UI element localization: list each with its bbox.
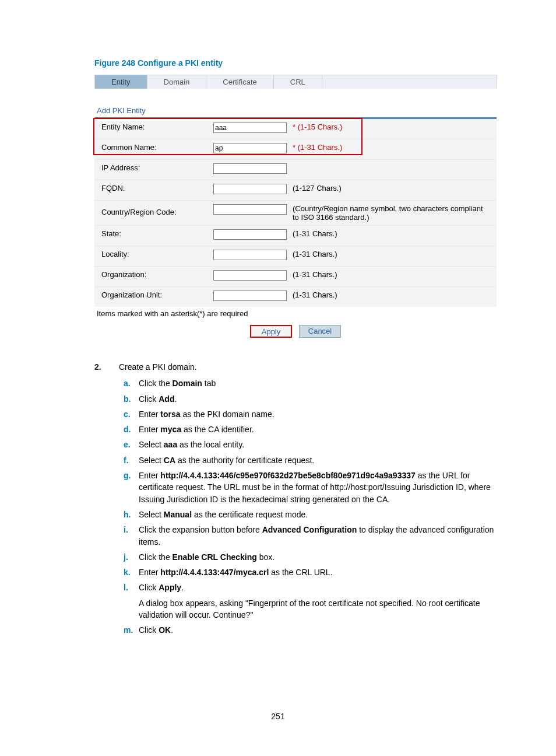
substep-j: j. Click the Enable CRL Checking box. [124, 551, 504, 563]
ip-hint [289, 162, 494, 164]
country-input[interactable] [213, 204, 287, 215]
locality-input[interactable] [213, 250, 287, 260]
substep-i: i. Click the expansion button before Adv… [124, 524, 504, 548]
substep-bold: http://4.4.4.133:446/c95e970f632d27be5e8… [160, 471, 415, 480]
substep-letter: m. [124, 624, 134, 636]
substep-bold: aaa [164, 440, 177, 449]
substep-post: . [181, 583, 184, 592]
substep-h: h. Select Manual as the certificate requ… [124, 509, 504, 520]
substep-post: . [171, 625, 173, 635]
step-title: Create a PKI domain. [119, 361, 197, 373]
tab-domain[interactable]: Domain [147, 75, 207, 89]
substep-d: d. Enter myca as the CA identifier. [124, 424, 504, 435]
ip-label: IP Address: [97, 162, 213, 173]
sub-step-list: a. Click the Domain tab b. Click Add. c.… [124, 377, 504, 636]
substep-f: f. Select CA as the authority for certif… [124, 454, 504, 466]
substep-bold: Advanced Configuration [262, 525, 357, 534]
substep-bold: Domain [173, 379, 202, 388]
substep-bold: Add [159, 394, 174, 404]
common-name-hint: * (1-31 Chars.) [289, 142, 494, 153]
country-hint: (Country/Region name symbol, two charact… [289, 203, 494, 223]
apply-button[interactable]: Apply [250, 325, 292, 338]
substep-text: Select [139, 456, 164, 465]
substep-text: Enter [139, 410, 160, 419]
substep-bold: Manual [164, 510, 192, 519]
tab-certificate[interactable]: Certificate [206, 75, 274, 89]
substep-letter: a. [124, 377, 134, 389]
fqdn-hint: (1-127 Chars.) [289, 183, 494, 194]
substep-text: Enter [139, 471, 160, 480]
button-row: Apply Cancel [94, 323, 497, 344]
substep-letter: g. [124, 470, 134, 505]
substep-letter: e. [124, 439, 134, 450]
substep-k: k. Enter http://4.4.4.133:447/myca.crl a… [124, 566, 504, 578]
substep-post: as the authority for certificate request… [175, 456, 314, 465]
substep-e: e. Select aaa as the local entity. [124, 439, 504, 450]
substep-post: box. [257, 552, 275, 562]
country-label: Country/Region Code: [97, 203, 213, 218]
substep-letter: f. [124, 454, 134, 466]
step-number: 2. [94, 361, 117, 373]
orgunit-label: Organization Unit: [97, 289, 213, 300]
locality-label: Locality: [97, 249, 213, 260]
form-subhead: Add PKI Entity [97, 106, 497, 115]
ip-input[interactable] [213, 163, 287, 174]
substep-bold: Apply [159, 583, 181, 592]
figure-caption: Figure 248 Configure a PKI entity [94, 58, 504, 68]
substep-a: a. Click the Domain tab [124, 377, 504, 389]
fqdn-input[interactable] [213, 184, 287, 194]
common-name-input[interactable]: ap [213, 143, 287, 153]
substep-text: Click the [139, 379, 173, 388]
substep-bold: Enable CRL Checking [173, 552, 257, 562]
common-name-label: Common Name: [97, 142, 213, 153]
substep-extra: A dialog box appears, asking "Fingerprin… [139, 597, 504, 621]
fqdn-label: FQDN: [97, 183, 213, 194]
substep-text: Click the expansion button before [139, 525, 262, 534]
substep-letter: i. [124, 524, 134, 548]
substep-m: m. Click OK. [124, 624, 504, 636]
tab-crl[interactable]: CRL [274, 75, 322, 89]
substep-g: g. Enter http://4.4.4.133:446/c95e970f63… [124, 470, 504, 505]
substep-bold: myca [160, 425, 181, 434]
substep-text: Select [139, 510, 164, 519]
substep-text: Click the [139, 552, 173, 562]
orgunit-input[interactable] [213, 290, 287, 301]
entity-name-hint: * (1-15 Chars.) [289, 121, 494, 132]
page-number: 251 [0, 712, 556, 721]
state-hint: (1-31 Chars.) [289, 228, 494, 239]
entity-name-input[interactable]: aaa [213, 123, 287, 133]
substep-letter: d. [124, 424, 134, 435]
substep-post: as the PKI domain name. [181, 410, 275, 419]
pki-form: Entity Name: aaa * (1-15 Chars.) Common … [94, 117, 497, 307]
substep-text: Click [139, 625, 159, 635]
screenshot-panel: Entity Domain Certificate CRL Add PKI En… [94, 75, 497, 344]
org-input[interactable] [213, 270, 287, 281]
substep-bold: http://4.4.4.133:447/myca.crl [160, 568, 269, 577]
orgunit-hint: (1-31 Chars.) [289, 289, 494, 300]
instructions: 2. Create a PKI domain. a. Click the Dom… [94, 361, 504, 636]
substep-text: Click [139, 394, 159, 404]
org-hint: (1-31 Chars.) [289, 269, 494, 280]
substep-post: as the CRL URL. [269, 568, 332, 577]
state-label: State: [97, 228, 213, 239]
substep-l: l. Click Apply. A dialog box appears, as… [124, 582, 504, 621]
locality-hint: (1-31 Chars.) [289, 249, 494, 260]
substep-post: . [174, 394, 177, 404]
tab-spacer [322, 75, 496, 89]
substep-post: as the certificate request mode. [192, 510, 308, 519]
tab-entity[interactable]: Entity [95, 75, 147, 89]
asterisk-note: Items marked with an asterisk(*) are req… [94, 307, 497, 323]
tab-bar: Entity Domain Certificate CRL [94, 75, 497, 89]
substep-text: Select [139, 440, 164, 449]
substep-c: c. Enter torsa as the PKI domain name. [124, 408, 504, 420]
cancel-button[interactable]: Cancel [299, 325, 341, 338]
substep-text: Enter [139, 425, 160, 434]
substep-bold: torsa [160, 410, 180, 419]
substep-letter: k. [124, 566, 134, 578]
substep-letter: h. [124, 509, 134, 520]
substep-text: Click [139, 583, 159, 592]
state-input[interactable] [213, 229, 287, 240]
substep-post: as the CA identifier. [181, 425, 254, 434]
substep-bold: OK [159, 625, 171, 635]
substep-b: b. Click Add. [124, 393, 504, 405]
